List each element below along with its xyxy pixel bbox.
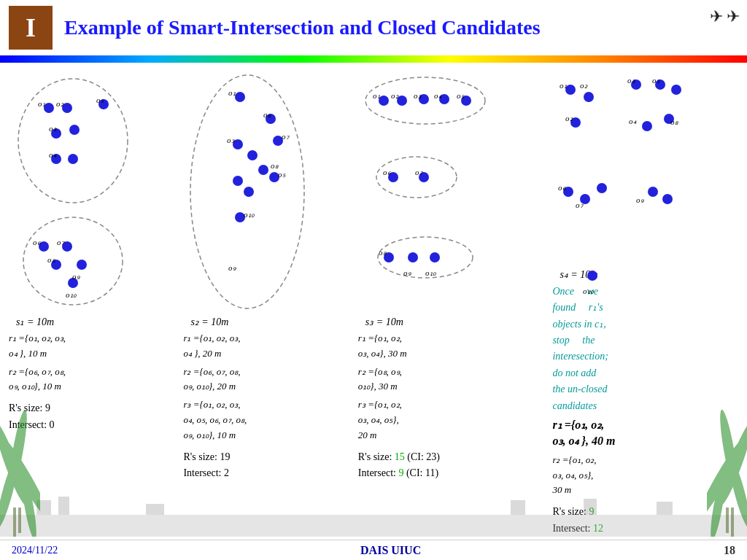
svg-point-7 [68, 154, 78, 164]
plant-svg-right [707, 332, 747, 537]
svg-point-61 [408, 252, 418, 262]
svg-point-90 [662, 194, 673, 204]
svg-text:o₂: o₂ [565, 114, 573, 122]
svg-text:o₆: o₆ [33, 238, 41, 246]
col3-r1b: o₃, o₄}, 30 m [358, 346, 544, 362]
svg-text:o₈: o₈ [379, 248, 387, 257]
col2-r2: r₂ ={o₆, o₇, o₈, [183, 365, 352, 380]
svg-col3: o₁ o₂ o₃ o₄ o₅ o₆ o₇ o₈ [358, 64, 493, 334]
svg-point-32 [233, 176, 243, 186]
col2-r3b: o₄, o₅, o₆, o₇, o₈, [183, 413, 352, 428]
svg-point-83 [597, 183, 607, 193]
plant-decoration-right [707, 332, 747, 537]
svg-point-28 [233, 139, 243, 149]
svg-rect-108 [146, 504, 164, 515]
svg-rect-97 [18, 508, 21, 533]
col3-r3b: o₃, o₄, o₅}, [358, 413, 544, 428]
svg-point-72 [642, 121, 652, 131]
svg-text:o₅: o₅ [96, 96, 104, 104]
col3-size-num: 15 [395, 451, 405, 462]
svg-point-44 [379, 96, 389, 106]
col2-r3c: o₉, o₁₀}, 10 m [183, 428, 352, 443]
svg-text:o₂: o₂ [391, 91, 399, 100]
svg-point-17 [77, 260, 87, 270]
landscape-svg [0, 493, 747, 537]
svg-text:o₇: o₇ [282, 132, 290, 141]
column-2: o₁ o₆ o₇ o₃ o₈ o₅ o₁₀ o₉ s₂ = 10m r₁ ={o… [180, 64, 355, 537]
svg-point-89 [648, 187, 658, 197]
svg-point-67 [584, 92, 594, 102]
svg-text:o₈: o₈ [670, 117, 678, 126]
svg-point-45 [397, 96, 407, 106]
svg-text:o₅: o₅ [278, 170, 286, 179]
svg-text:o₆: o₆ [383, 168, 391, 176]
svg-text:o₉: o₉ [228, 263, 236, 272]
rainbow-bar [0, 55, 747, 63]
col3-r2b: o₁₀}, 30 m [358, 379, 544, 394]
svg-text:o₄: o₄ [49, 150, 57, 159]
page-title: Example of Smart-Intersection and Closed… [64, 16, 738, 39]
svg-text:o₁₀: o₁₀ [425, 268, 436, 277]
col2-text: r₁ ={o₁, o₂, o₃, o₄ }, 20 m r₂ ={o₆, o₇,… [183, 331, 352, 443]
footer-date: 2024/11/22 [12, 545, 58, 556]
diagram-col3: o₁ o₂ o₃ o₄ o₅ o₆ o₇ o₈ [358, 64, 544, 327]
svg-point-62 [430, 252, 440, 262]
diagram-col2: o₁ o₆ o₇ o₃ o₈ o₅ o₁₀ o₉ [183, 64, 352, 327]
svg-text:o₁: o₁ [38, 99, 45, 108]
svg-text:o₃: o₃ [227, 136, 235, 144]
bird-decoration: ✈ ✈ [710, 7, 740, 26]
svg-rect-105 [0, 515, 747, 537]
plant-decoration [0, 332, 40, 537]
footer-page: 18 [724, 544, 735, 557]
svg-text:o₈: o₈ [47, 255, 55, 264]
svg-point-87 [587, 271, 597, 281]
svg-col1: o₁ o₂ o₅ o₃ o₄ o₆ o₇ o₈ o₉ o₁₀ [9, 64, 136, 334]
column-3: o₁ o₂ o₃ o₄ o₅ o₆ o₇ o₈ [355, 64, 547, 537]
col2-size: R's size: 19 Intersect: 2 [183, 449, 352, 482]
svg-rect-107 [58, 497, 69, 515]
svg-text:o₃: o₃ [627, 76, 635, 85]
svg-text:o₃: o₃ [49, 124, 57, 133]
footer: 2024/11/22 DAIS UIUC 18 [0, 540, 747, 560]
svg-text:o₉: o₉ [72, 272, 80, 281]
svg-point-29 [247, 150, 258, 160]
logo-box: I [9, 6, 53, 50]
svg-text:o₅: o₅ [652, 76, 660, 85]
svg-text:o₆: o₆ [263, 110, 271, 119]
col3-r3c: 20 m [358, 428, 544, 443]
svg-point-1 [44, 103, 54, 113]
header: I Example of Smart-Intersection and Clos… [0, 0, 747, 55]
background-landscape [0, 493, 747, 537]
svg-text:o₉: o₉ [403, 268, 411, 277]
svg-point-70 [671, 85, 681, 95]
svg-text:o₆: o₆ [558, 183, 566, 192]
col2-r2b: o₉, o₁₀}, 20 m [183, 379, 352, 394]
svg-point-0 [18, 79, 128, 203]
col3-intersect-num: 9 [398, 467, 403, 478]
svg-rect-104 [726, 508, 729, 533]
svg-text:o₁₀: o₁₀ [244, 210, 255, 219]
diagram-col1: o₁ o₂ o₅ o₃ o₄ o₆ o₇ o₈ o₉ o₁₀ [9, 64, 177, 327]
svg-col2: o₁ o₆ o₇ o₃ o₈ o₅ o₁₀ o₉ [183, 64, 311, 334]
svg-text:o₅: o₅ [457, 91, 465, 100]
svg-point-5 [69, 125, 80, 135]
logo-icon: I [26, 12, 36, 43]
svg-point-66 [565, 85, 576, 95]
svg-text:o₁: o₁ [228, 88, 236, 97]
svg-text:o₁: o₁ [560, 81, 567, 90]
svg-text:o₂: o₂ [56, 99, 64, 108]
svg-text:o₄: o₄ [629, 117, 637, 125]
svg-text:o₁: o₁ [373, 91, 380, 100]
svg-text:o₉: o₉ [636, 195, 644, 204]
svg-point-25 [235, 92, 245, 102]
svg-text:o₄: o₄ [434, 91, 442, 100]
svg-text:o₁₀: o₁₀ [583, 287, 594, 295]
diagram-col4: o₁ o₂ o₃ o₅ o₂ o₄ o₈ o₆ o₇ o₉ o₁₀ [552, 64, 738, 279]
col3-size: R's size: 15 (CI: 23) Intersect: 9 (CI: … [358, 449, 544, 482]
svg-col4: o₁ o₂ o₃ o₅ o₂ o₄ o₈ o₆ o₇ o₉ o₁₀ [552, 64, 691, 334]
plant-svg [0, 332, 40, 537]
svg-rect-96 [13, 508, 16, 537]
svg-rect-103 [731, 508, 734, 537]
svg-rect-109 [511, 500, 525, 515]
svg-point-14 [39, 241, 49, 252]
